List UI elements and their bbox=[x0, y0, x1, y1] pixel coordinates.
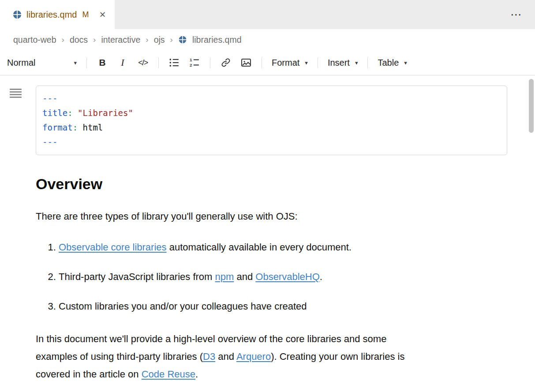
inline-link[interactable]: D3 bbox=[203, 351, 215, 362]
code-token bbox=[73, 108, 78, 118]
format-menu-label: Format bbox=[272, 58, 299, 68]
code-token: "Libraries" bbox=[78, 108, 133, 118]
bullet-list-icon bbox=[169, 57, 180, 68]
drag-handle-icon[interactable] bbox=[10, 88, 22, 100]
vertical-scrollbar[interactable] bbox=[529, 79, 534, 133]
breadcrumb-item-quarto-web[interactable]: quarto-web bbox=[13, 35, 56, 45]
paragraph-style-value: Normal bbox=[7, 58, 35, 68]
code-token: --- bbox=[42, 93, 57, 103]
inline-link[interactable]: Code Reuse bbox=[142, 369, 195, 380]
breadcrumb: quarto-web › docs › interactive › ojs › … bbox=[0, 29, 535, 50]
chevron-down-icon: ▾ bbox=[404, 60, 407, 66]
modified-badge: M bbox=[82, 10, 89, 19]
numbered-list: Observable core libraries automatically … bbox=[36, 239, 509, 315]
toolbar-divider bbox=[86, 57, 87, 68]
text-run: automatically available in every documen… bbox=[167, 242, 352, 253]
code-line: --- bbox=[42, 91, 501, 106]
list-item: Custom libraries you and/or your colleag… bbox=[59, 298, 509, 315]
inline-code-button[interactable]: </> bbox=[133, 54, 153, 71]
document-editor[interactable]: --- title: "Libraries" format: html --- … bbox=[0, 75, 535, 392]
tab-libraries-qmd[interactable]: libraries.qmd M × bbox=[0, 0, 115, 29]
code-line: format: html bbox=[42, 120, 501, 135]
chevron-right-icon: › bbox=[62, 35, 64, 45]
insert-menu[interactable]: Insert ▾ bbox=[323, 58, 363, 68]
list-item: Third-party JavaScript libraries from np… bbox=[59, 268, 509, 286]
closing-paragraph: In this document we'll provide a high-le… bbox=[36, 330, 422, 383]
breadcrumb-item-docs[interactable]: docs bbox=[70, 35, 88, 45]
table-menu-label: Table bbox=[378, 58, 399, 68]
more-actions-icon[interactable]: ⋯ bbox=[510, 8, 523, 22]
insert-menu-label: Insert bbox=[328, 58, 350, 68]
image-button[interactable] bbox=[236, 54, 256, 71]
inline-link[interactable]: npm bbox=[215, 271, 234, 282]
breadcrumb-item-ojs[interactable]: ojs bbox=[154, 35, 165, 45]
toolbar-divider bbox=[262, 57, 262, 68]
inline-link[interactable]: ObservableHQ bbox=[255, 271, 320, 282]
toolbar-divider bbox=[210, 57, 210, 68]
chevron-right-icon: › bbox=[146, 35, 148, 45]
yaml-front-matter-block[interactable]: --- title: "Libraries" format: html --- bbox=[36, 86, 507, 155]
close-icon[interactable]: × bbox=[99, 9, 105, 20]
toolbar-divider bbox=[318, 57, 318, 68]
breadcrumb-item-interactive[interactable]: interactive bbox=[101, 35, 140, 45]
link-icon bbox=[221, 57, 231, 68]
chevron-right-icon: › bbox=[170, 35, 173, 45]
intro-paragraph: There are three types of library you'll … bbox=[36, 208, 509, 225]
chevron-down-icon: ▾ bbox=[305, 60, 308, 66]
numbered-list-icon: 12 bbox=[189, 57, 200, 68]
chevron-down-icon: ▾ bbox=[355, 60, 358, 66]
chevron-right-icon: › bbox=[93, 35, 96, 45]
tab-bar: libraries.qmd M × ⋯ bbox=[0, 0, 535, 29]
text-run: and bbox=[215, 351, 236, 362]
table-menu[interactable]: Table ▾ bbox=[373, 58, 411, 68]
paragraph-style-dropdown[interactable]: Normal ▾ bbox=[7, 58, 81, 68]
tab-actions: ⋯ bbox=[510, 0, 523, 29]
toolbar-divider bbox=[158, 57, 159, 68]
svg-text:2: 2 bbox=[190, 63, 192, 67]
code-token: format bbox=[42, 123, 73, 132]
italic-button[interactable]: I bbox=[112, 54, 133, 71]
code-token: : bbox=[73, 123, 78, 132]
text-run: Custom libraries you and/or your colleag… bbox=[59, 301, 307, 312]
inline-link[interactable]: Observable core libraries bbox=[59, 242, 167, 253]
svg-text:1: 1 bbox=[190, 57, 192, 62]
list-item: Observable core libraries automatically … bbox=[59, 239, 509, 256]
code-line: title: "Libraries" bbox=[42, 106, 501, 120]
chevron-down-icon: ▾ bbox=[74, 60, 77, 66]
code-token: html bbox=[78, 123, 103, 132]
heading-overview: Overview bbox=[36, 175, 509, 193]
quarto-file-icon bbox=[178, 35, 187, 44]
text-run: and bbox=[234, 271, 255, 282]
code-token: --- bbox=[42, 137, 57, 147]
code-token: : bbox=[67, 108, 72, 118]
tab-title: libraries.qmd bbox=[26, 10, 77, 20]
link-button[interactable] bbox=[216, 54, 236, 71]
formatting-toolbar: Normal ▾ B I </> 12 Format ▾ Insert ▾ Ta… bbox=[0, 50, 535, 75]
code-token: title bbox=[42, 108, 67, 118]
text-run: . bbox=[195, 369, 198, 380]
inline-link[interactable]: Arquero bbox=[236, 351, 271, 362]
bold-button[interactable]: B bbox=[92, 54, 112, 71]
bullet-list-button[interactable] bbox=[164, 54, 184, 71]
code-line: --- bbox=[42, 135, 501, 149]
numbered-list-button[interactable]: 12 bbox=[184, 54, 205, 71]
breadcrumb-item-libraries-qmd[interactable]: libraries.qmd bbox=[192, 35, 242, 45]
text-run: . bbox=[320, 271, 322, 282]
format-menu[interactable]: Format ▾ bbox=[267, 58, 312, 68]
image-icon bbox=[240, 57, 252, 68]
toolbar-divider bbox=[367, 57, 368, 68]
quarto-file-icon bbox=[12, 10, 22, 19]
text-run: Third-party JavaScript libraries from bbox=[59, 271, 215, 282]
